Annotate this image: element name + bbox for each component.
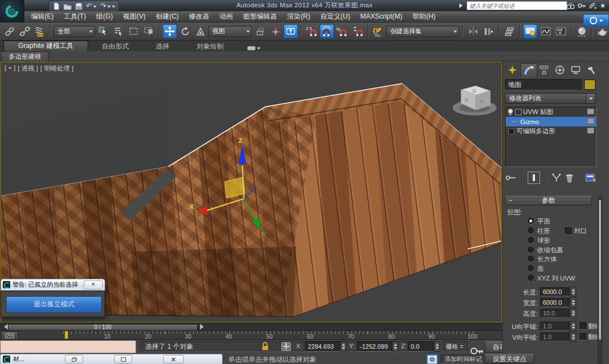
reference-coordinate-system-dropdown[interactable]: 视图	[208, 26, 252, 37]
align-button[interactable]	[481, 24, 495, 38]
configure-modifier-sets-icon[interactable]	[585, 173, 597, 183]
select-and-manipulate-button[interactable]	[268, 24, 282, 38]
stack-item-uvw-map[interactable]: - UVW 贴图	[506, 107, 596, 117]
set-key-toggle-icon[interactable]	[470, 342, 484, 361]
rectangular-selection-region-button[interactable]	[127, 24, 141, 38]
communication-center-icon[interactable]	[588, 1, 598, 10]
ribbon-tab-freeform[interactable]: 自由形式	[88, 41, 142, 51]
keyboard-shortcut-override-button[interactable]	[284, 24, 298, 38]
width-field[interactable]: 6000.0	[540, 298, 569, 307]
coord-z-spinner[interactable]	[434, 341, 440, 352]
v-tile-spinner[interactable]	[570, 332, 576, 342]
save-file-icon[interactable]	[75, 3, 82, 10]
snaps-toggle-button[interactable]: 2.5	[304, 24, 319, 38]
menu-views[interactable]: 视图(V)	[118, 11, 151, 22]
warning-dialog-titlebar[interactable]: 警告: 已孤立的当前选择 ✕	[1, 279, 105, 291]
menu-maxscript[interactable]: MAXScript(M)	[355, 11, 408, 22]
gizmo-x-arrow[interactable]	[197, 206, 208, 214]
coord-y-field[interactable]: -1252.099	[357, 341, 392, 352]
gizmo-xy-plane-handle[interactable]	[225, 177, 245, 198]
ribbon-minimize-icon[interactable]	[247, 45, 260, 51]
select-by-name-button[interactable]	[111, 24, 125, 38]
menu-customize[interactable]: 自定义(U)	[315, 11, 355, 22]
infocenter-collapse-icon[interactable]	[459, 3, 465, 8]
cap-checkbox[interactable]	[565, 227, 572, 234]
minimized-material-editor-window[interactable]: 材...	[0, 354, 223, 364]
show-end-result-icon[interactable]	[528, 172, 540, 184]
subscription-key-icon[interactable]	[576, 1, 586, 10]
tab-display[interactable]	[568, 63, 584, 77]
expand-collapse-icon[interactable]: -	[515, 109, 521, 115]
radio-xyz-to-uvw[interactable]	[528, 275, 534, 281]
remove-modifier-icon[interactable]	[565, 173, 574, 183]
viewport-pov-menu[interactable]: [ 透视 ]	[18, 64, 38, 73]
menu-graph-editors[interactable]: 图形编辑器	[238, 11, 282, 22]
edit-named-selection-sets-button[interactable]: {}ABC	[371, 24, 385, 38]
move-gizmo[interactable]: X Y Z	[190, 137, 267, 238]
select-object-button[interactable]	[96, 24, 110, 38]
height-field[interactable]: 10.0	[540, 309, 569, 318]
selection-lock-icon[interactable]	[261, 341, 269, 351]
radio-cylindrical[interactable]	[528, 227, 534, 234]
new-file-icon[interactable]	[53, 2, 60, 10]
stack-item-swatch[interactable]	[587, 108, 594, 115]
undo-icon[interactable]: ↶	[86, 2, 92, 10]
menu-tools[interactable]: 工具(T)	[59, 11, 91, 22]
redo-dropdown-icon[interactable]	[107, 6, 111, 10]
maximize-window-icon[interactable]	[114, 355, 132, 363]
undo-dropdown-icon[interactable]	[93, 6, 97, 10]
menu-modifiers[interactable]: 修改器	[184, 11, 214, 22]
favorites-star-icon[interactable]: ★	[598, 1, 608, 10]
radio-box[interactable]	[528, 256, 534, 262]
object-name-field[interactable]: 地面	[505, 79, 582, 90]
width-spinner[interactable]	[570, 297, 576, 308]
v-tile-field[interactable]: 1.0	[540, 332, 569, 341]
track-bar[interactable]: 10 20 30 40 50 60 70 80 90 100	[0, 330, 502, 340]
menu-group[interactable]: 组(G)	[91, 11, 118, 22]
coord-x-spinner[interactable]	[340, 341, 346, 352]
exit-isolation-mode-button[interactable]: 退出孤立模式	[6, 296, 102, 313]
v-flip-checkbox[interactable]	[580, 333, 586, 340]
u-tile-spinner[interactable]	[570, 321, 576, 331]
tab-utilities[interactable]	[584, 63, 599, 77]
radio-face[interactable]	[528, 265, 534, 271]
bind-to-space-warp-button[interactable]	[33, 24, 47, 38]
percent-snap-toggle-button[interactable]: %	[335, 24, 349, 38]
close-window-icon[interactable]	[163, 355, 184, 363]
u-tile-field[interactable]: 1.0	[540, 322, 569, 331]
ribbon-tab-graphite[interactable]: Graphite 建模工具	[3, 41, 88, 51]
ribbon-tab-object-paint[interactable]: 对象绘制	[183, 41, 237, 51]
tab-hierarchy[interactable]	[536, 63, 552, 77]
tab-modify[interactable]	[520, 63, 537, 77]
time-slider-next-icon[interactable]	[200, 324, 207, 330]
length-field[interactable]: 6000.0	[540, 287, 569, 296]
select-and-scale-button[interactable]	[193, 24, 207, 38]
restore-window-icon[interactable]	[65, 355, 83, 363]
panel-scrollbar[interactable]	[598, 196, 602, 364]
radio-planar[interactable]	[528, 218, 534, 224]
qat-customize-icon[interactable]	[112, 6, 115, 10]
select-and-rotate-button[interactable]	[178, 24, 192, 38]
graphite-ribbon-toggle-button[interactable]	[523, 24, 537, 38]
object-color-swatch[interactable]	[584, 80, 595, 90]
spinner-snap-toggle-button[interactable]	[350, 24, 364, 38]
layer-manager-button[interactable]	[502, 24, 516, 38]
coord-y-spinner[interactable]	[392, 341, 398, 352]
stack-item-gizmo[interactable]: Gizmo	[506, 117, 596, 126]
ribbon-subtab-polygon-modeling[interactable]: 多边形建模	[1, 51, 49, 62]
select-and-link-button[interactable]	[2, 24, 16, 38]
mirror-button[interactable]	[466, 24, 480, 38]
viewport-shading-menu[interactable]: [ 明暗处理 ]	[40, 64, 73, 73]
unlink-selection-button[interactable]	[18, 24, 32, 38]
mini-curve-editor-button[interactable]	[1, 331, 18, 340]
angle-snap-toggle-button[interactable]	[320, 24, 334, 38]
open-file-icon[interactable]	[63, 3, 72, 10]
named-selection-sets-dropdown[interactable]: 创建选择集	[386, 26, 459, 37]
close-icon[interactable]: ✕	[84, 280, 103, 290]
tab-create[interactable]	[504, 63, 520, 77]
menu-animation[interactable]: 动画	[214, 11, 238, 22]
coord-x-field[interactable]: 2284.693	[305, 341, 340, 352]
modifier-list-dropdown[interactable]: 修改器列表	[505, 93, 595, 104]
menu-create[interactable]: 创建(C)	[151, 11, 184, 22]
viewcube-top-label[interactable]: 顶	[471, 89, 476, 94]
